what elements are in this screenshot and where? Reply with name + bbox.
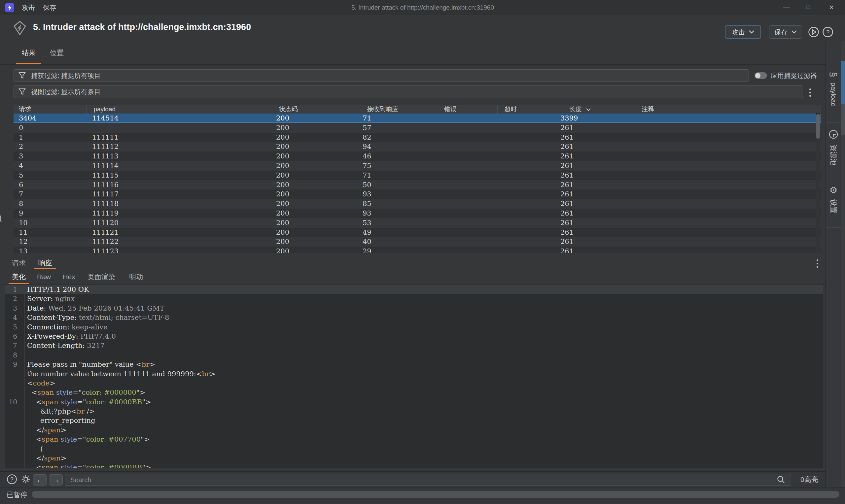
view-filter-menu-button[interactable]: [807, 88, 813, 97]
attack-dropdown-button[interactable]: 攻击: [725, 25, 761, 39]
table-cell: [492, 170, 555, 180]
sidebar-item-settings[interactable]: ⚙ 设置: [826, 179, 841, 228]
search-next-button[interactable]: →: [49, 474, 63, 486]
line-number: 5: [5, 322, 20, 332]
search-prev-button[interactable]: ←: [33, 474, 47, 486]
table-cell: [626, 190, 821, 199]
table-cell: [492, 209, 555, 218]
column-header-comment[interactable]: 注释: [636, 105, 821, 113]
view-filter-bar[interactable]: 视图过滤: 显示所有条目: [14, 86, 803, 98]
sidebar-item-resource-pool[interactable]: 资源池: [826, 123, 841, 179]
tab-response[interactable]: 响应: [34, 257, 56, 269]
minimize-button[interactable]: —: [777, 0, 796, 15]
status-bar: 已暂停: [0, 487, 845, 504]
table-cell: 7: [14, 190, 87, 199]
table-scrollbar-thumb[interactable]: [816, 114, 820, 139]
resume-attack-button[interactable]: [808, 26, 819, 38]
subtab-hex[interactable]: Hex: [59, 270, 79, 284]
menu-save[interactable]: 保存: [40, 0, 59, 15]
table-cell: 200: [271, 218, 357, 228]
table-row[interactable]: 1111112120049261: [14, 228, 821, 237]
window-scrollbar[interactable]: [841, 41, 845, 487]
column-header-timeout[interactable]: 超时: [499, 105, 562, 113]
column-header-response-received[interactable]: 接收到响应: [362, 105, 437, 113]
table-cell: [433, 209, 492, 218]
help-button[interactable]: ?: [822, 26, 833, 38]
search-input[interactable]: [65, 474, 791, 486]
table-row[interactable]: 3404114514200713399: [14, 113, 821, 123]
table-cell: 261: [555, 123, 626, 133]
page-title: 5. Intruder attack of http://challenge.i…: [33, 22, 251, 32]
table-cell: 1: [14, 133, 87, 142]
search-settings-gear-icon[interactable]: [20, 474, 31, 485]
table-row[interactable]: 411111420075261: [14, 161, 821, 170]
table-cell: [433, 180, 492, 190]
table-row[interactable]: 1311112320029261: [14, 247, 821, 253]
table-row[interactable]: 511111520071261: [14, 170, 821, 180]
table-row[interactable]: 211111220094261: [14, 142, 821, 151]
table-cell: 111120: [87, 218, 271, 228]
table-cell: 6: [14, 180, 87, 190]
column-header-payload[interactable]: payload: [88, 105, 272, 113]
search-help-button[interactable]: ?: [6, 474, 17, 485]
intruder-logo-icon: [13, 21, 27, 35]
line-number: 3: [5, 304, 20, 313]
table-row[interactable]: 1011112020053261: [14, 218, 821, 228]
table-cell: 111117: [87, 190, 271, 199]
table-cell: 111119: [87, 209, 271, 218]
tab-results[interactable]: 结果: [16, 41, 41, 65]
response-editor[interactable]: 1HTTP/1.1 200 OK2Server: nginx3Date: Wed…: [5, 285, 823, 468]
capture-filter-bar[interactable]: 捕获过滤: 捕捉所有项目: [14, 69, 749, 82]
table-row[interactable]: 311111320046261: [14, 151, 821, 161]
column-header-length[interactable]: 长度: [564, 105, 635, 113]
subtab-pretty[interactable]: 美化: [7, 270, 30, 284]
table-body: 3404114514200713399020057261111111120082…: [14, 113, 821, 253]
column-header-error[interactable]: 错误: [439, 105, 498, 113]
maximize-button[interactable]: □: [799, 0, 817, 15]
subtab-render[interactable]: 页面渲染: [83, 270, 120, 284]
tab-positions[interactable]: 位置: [46, 41, 68, 65]
table-row[interactable]: 711111720093261: [14, 190, 821, 199]
table-row[interactable]: 611111620050261: [14, 180, 821, 190]
menu-attack[interactable]: 攻击: [18, 0, 38, 15]
table-cell: 50: [357, 180, 433, 190]
table-cell: 94: [357, 142, 433, 151]
save-dropdown-button[interactable]: 保存: [769, 25, 802, 39]
table-scrollbar[interactable]: [816, 113, 820, 253]
editor-line: </span>: [5, 426, 823, 435]
table-cell: [433, 199, 492, 209]
table-cell: 111111: [87, 133, 271, 142]
tab-request[interactable]: 请求: [8, 257, 30, 269]
sidebar-settings-label: 设置: [829, 199, 838, 213]
table-row[interactable]: 020057261: [14, 123, 821, 133]
subtab-raw[interactable]: Raw: [34, 270, 54, 284]
apply-capture-filter-toggle[interactable]: [755, 72, 767, 79]
editor-line: 8: [5, 350, 823, 360]
line-number: 1: [5, 285, 20, 294]
table-row[interactable]: 111111120082261: [14, 133, 821, 142]
subtab-actions[interactable]: 明动: [124, 270, 148, 284]
table-cell: [492, 133, 555, 142]
table-cell: [626, 237, 821, 247]
table-cell: 111113: [87, 151, 271, 161]
filter-funnel-icon: [18, 88, 26, 95]
editor-line: 1HTTP/1.1 200 OK: [5, 285, 823, 294]
column-header-status[interactable]: 状态码: [274, 105, 360, 113]
line-number: 6: [5, 332, 20, 341]
editor-line: <span style="color: #0000BB">: [5, 463, 823, 468]
table-row[interactable]: 811111820085261: [14, 199, 821, 209]
close-button[interactable]: ×: [822, 0, 841, 15]
highlight-count: 0高亮: [800, 472, 818, 487]
table-cell: [626, 247, 821, 253]
table-cell: 111122: [87, 237, 271, 247]
window-scrollbar-thumb[interactable]: [841, 61, 845, 104]
table-cell: 200: [271, 161, 357, 170]
table-row[interactable]: 911111920093261: [14, 209, 821, 218]
table-cell: 261: [555, 180, 626, 190]
sidebar-item-payload[interactable]: § payload: [826, 46, 841, 123]
table-row[interactable]: 1211112220040261: [14, 237, 821, 247]
search-magnifier-icon[interactable]: [777, 475, 785, 484]
column-header-request[interactable]: 请求: [14, 105, 87, 113]
app-icon: [5, 3, 14, 12]
response-panel-menu-button[interactable]: [814, 259, 821, 268]
